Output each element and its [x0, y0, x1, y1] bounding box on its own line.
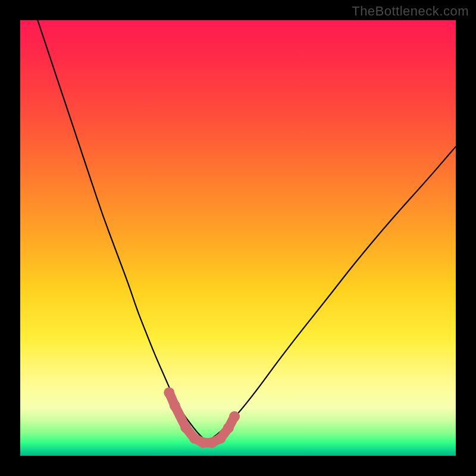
series-container — [37, 20, 456, 448]
line-series-right-branch — [212, 146, 456, 438]
line-series-left-branch — [37, 20, 203, 439]
plot-area — [20, 20, 456, 456]
watermark-text: TheBottleneck.com — [352, 4, 469, 19]
marker-dot — [170, 400, 180, 411]
chart-frame: TheBottleneck.com — [0, 0, 476, 476]
chart-svg — [20, 20, 456, 456]
marker-dot — [164, 387, 174, 398]
marker-dot — [223, 422, 234, 433]
marker-dot — [229, 411, 240, 422]
marker-dot — [180, 422, 191, 433]
marker-dot — [215, 433, 226, 444]
